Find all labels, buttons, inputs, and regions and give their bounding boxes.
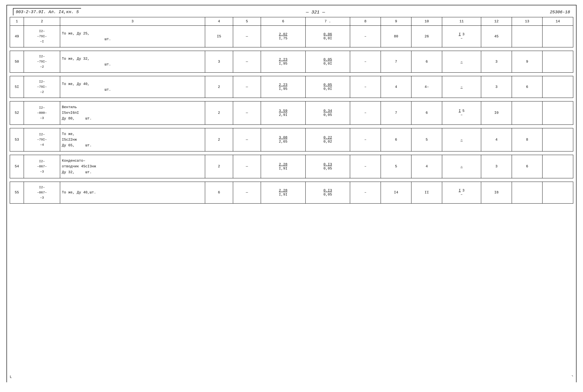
row-col6: 3.082,65 [261,128,306,152]
row-col9: I4 [381,182,412,204]
main-table: 1 2 3 4 5 6 7 . 8 9 10 11 12 13 14 49I2–… [10,17,573,207]
row-col6: 3.592,9I [261,101,306,124]
row-col14 [542,76,573,98]
row-col4: 2 [205,155,233,178]
row-num: 5I [10,76,24,98]
row-col7: 0.060,0I [306,26,350,47]
row-col6: 2.23I,95 [261,51,306,72]
row-col12: 3 [481,155,512,178]
row-col6: 2.28I,9I [261,155,306,178]
row-col11: I5– [442,101,481,124]
corner-br: ⌝ [571,375,573,379]
row-col10: 26 [411,26,442,47]
row-col11: – [442,51,481,72]
row-col13 [512,182,543,204]
row-col14 [542,101,573,124]
row-col11: – [442,128,481,152]
row-col9: 80 [381,26,412,47]
row-col4: 3 [205,51,233,72]
table-row: 52I2– –800– –3Вентиль I5кчI6пI Ду 80, шт… [10,101,573,124]
row-col4: I5 [205,26,233,47]
row-code: I2– –79I– –I [24,26,60,47]
row-col13: 6 [512,76,543,98]
row-col14 [542,51,573,72]
row-num: 49 [10,26,24,47]
table-row: 5II2– –79I– –2То же, Ду 40, шт.2—2.23I,9… [10,76,573,98]
table-row: 55I2– –867– –3То же, Ду 40,шт.6—2.28I,9I… [10,182,573,204]
row-code: I2– –79I– –4 [24,128,60,152]
row-code: I2– –79I– –2 [24,76,60,98]
row-col8: – [350,51,381,72]
row-col7: 0.050,0I [306,51,350,72]
doc-number: 25306-18 [550,10,570,14]
row-col10: 4– [411,76,442,98]
col-header-14: 14 [542,17,573,26]
corner-bl: L [10,375,12,379]
row-desc: То же, Ду 40,шт. [60,182,205,204]
row-col5: — [233,26,261,47]
doc-title: 903-2-37.9I. Ал. I4,кн. 5 [13,8,81,16]
row-col8: – [350,76,381,98]
row-col5: — [233,101,261,124]
row-code: I2– –867– –3 [24,182,60,204]
row-num: 54 [10,155,24,178]
col-header-7: 7 . [306,17,350,26]
row-col10: 4 [411,155,442,178]
row-col5: — [233,182,261,204]
row-col8: – [350,155,381,178]
row-col8: – [350,101,381,124]
col-header-2: 2 [24,17,60,26]
row-code: I2– –79I– –2 [24,51,60,72]
row-col6: 2.23I,95 [261,76,306,98]
row-col8: – [350,128,381,152]
row-num: 55 [10,182,24,204]
row-desc: Вентиль I5кчI6пI Ду 80, шт. [60,101,205,124]
row-col11: I3– [442,182,481,204]
col-header-9: 9 [381,17,412,26]
row-col7: 0.050,0I [306,76,350,98]
col-header-3: 3 [60,17,205,26]
row-num: 50 [10,51,24,72]
row-col12: 4 [481,128,512,152]
row-col10: 6 [411,101,442,124]
header-info: 903-2-37.9I. Ал. I4,кн. 5 — 321 — 25306-… [10,8,573,16]
col-header-13: 13 [512,17,543,26]
row-col6: 2.28I,9I [261,182,306,204]
row-col9: 5 [381,155,412,178]
row-col13: 8 [512,128,543,152]
row-col7: 0.340,05 [306,101,350,124]
col-header-6: 6 [261,17,306,26]
row-col9: 7 [381,51,412,72]
row-col9: 6 [381,128,412,152]
row-col11: – [442,155,481,178]
row-col12: 45 [481,26,512,47]
col-header-5: 5 [233,17,261,26]
row-col14 [542,128,573,152]
col-header-1: 1 [10,17,24,26]
row-col13: 6 [512,155,543,178]
col-header-11: 11 [442,17,481,26]
row-col12: I8 [481,182,512,204]
row-code: I2– –800– –3 [24,101,60,124]
row-col12: I0 [481,101,512,124]
table-row: 53I2– –79I– –4То же, I5с22нж Ду 65, шт.2… [10,128,573,152]
row-col6: 2.02I,75 [261,26,306,47]
row-col8: – [350,182,381,204]
table-row: 49I2– –79I– –IТо же, Ду 25, шт.I5—2.02I,… [10,26,573,47]
row-col7: 0.I30,05 [306,182,350,204]
page-number: — 321 — [81,10,550,15]
row-col10: 5 [411,128,442,152]
row-col5: — [233,51,261,72]
col-header-10: 10 [411,17,442,26]
row-desc: То же, I5с22нж Ду 65, шт. [60,128,205,152]
row-col4: 2 [205,128,233,152]
row-col12: 3 [481,51,512,72]
table-row: 54I2– –867– –3Конденсато– отводчик 45сI3… [10,155,573,178]
row-col4: 2 [205,76,233,98]
row-col13: 9 [512,51,543,72]
row-col10: II [411,182,442,204]
row-desc: То же, Ду 40, шт. [60,76,205,98]
row-col11: I3– [442,26,481,47]
row-num: 53 [10,128,24,152]
row-col5: — [233,155,261,178]
